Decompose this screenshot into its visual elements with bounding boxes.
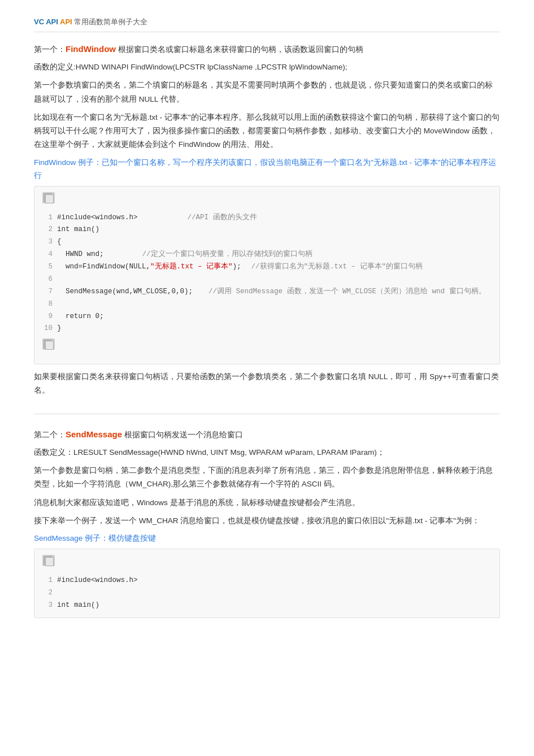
- code-line-4: 4 HWND wnd; //定义一个窗口句柄变量，用以存储找到的窗口句柄: [42, 249, 492, 261]
- line-comment: //调用 SendMessage 函数，发送一个 WM_CLOSE（关闭）消息给…: [209, 286, 486, 298]
- page-title-bar: VC API API 常用函数简单例子大全: [34, 17, 500, 32]
- copy-button-2[interactable]: [42, 555, 55, 566]
- line-content: SendMessage(wnd,WM_CLOSE,0,0);: [57, 286, 193, 298]
- code-line-s3: 3 int main(): [42, 599, 492, 612]
- line-num: 3: [42, 599, 53, 612]
- section2-para1: 第一个参数是窗口句柄，第二参数个是消息类型，下面的消息表列举了所有消息，第三，四…: [34, 464, 500, 492]
- section2-heading: 第二个：SendMessage 根据窗口句柄发送一个消息给窗口: [34, 428, 500, 441]
- line-content: return 0;: [57, 311, 104, 323]
- line-num: 7: [42, 286, 53, 298]
- code-line-7: 7 SendMessage(wnd,WM_CLOSE,0,0); //调用 Se…: [42, 286, 492, 298]
- section1-code-block: 1 #include<windows.h> //API 函数的头文件 2 int…: [34, 186, 500, 365]
- line-num: 4: [42, 249, 53, 261]
- line-content: [57, 273, 62, 286]
- line-content: {: [57, 236, 62, 249]
- copy-button-1[interactable]: [42, 192, 55, 203]
- section1-heading: 第一个：FindWindow 根据窗口类名或窗口标题名来获得窗口的句柄，该函数返…: [34, 42, 500, 56]
- section-sendmessage: 第二个：SendMessage 根据窗口句柄发送一个消息给窗口 函数定义：LRE…: [34, 428, 500, 618]
- code-line-5: 5 wnd=FindWindow(NULL,"无标题.txt – 记事本"); …: [42, 261, 492, 273]
- line-comment: //定义一个窗口句柄变量，用以存储找到的窗口句柄: [142, 249, 312, 261]
- line-comment: //API 函数的头文件: [188, 212, 257, 224]
- func-name-sendmessage: SendMessage: [66, 429, 122, 439]
- line-num: 5: [42, 261, 53, 273]
- line-num: 1: [42, 575, 53, 587]
- title-api: API: [58, 18, 72, 26]
- line-num: 9: [42, 311, 53, 323]
- section2-definition: 函数定义：LRESULT SendMessage(HWND hWnd, UINT…: [34, 446, 500, 459]
- line-content: HWND wnd;: [57, 249, 104, 261]
- code-line-1: 1 #include<windows.h> //API 函数的头文件: [42, 212, 492, 224]
- section1-para2: 比如现在有一个窗口名为"无标题.txt - 记事本"的记事本程序。那么我就可以用…: [34, 111, 500, 152]
- line-content: [57, 298, 62, 311]
- copy-button-1b[interactable]: [42, 338, 55, 350]
- line-comment: //获得窗口名为"无标题.txt – 记事本"的窗口句柄: [251, 261, 423, 273]
- code-line-s2: 2: [42, 587, 492, 599]
- title-rest: 常用函数简单例子大全: [72, 18, 148, 26]
- section2-example-title: SendMessage 例子：模仿键盘按键: [34, 532, 500, 545]
- code-line-2: 2 int main(): [42, 224, 492, 236]
- code-line-8: 8: [42, 298, 492, 311]
- page-container: VC API API 常用函数简单例子大全 第一个：FindWindow 根据窗…: [0, 0, 534, 651]
- func-name-findwindow: FindWindow: [66, 44, 116, 54]
- line-content: int main(): [57, 599, 99, 612]
- section2-para2: 消息机制大家都应该知道吧，Windows 是基于消息的系统，鼠标移动键盘按键都会…: [34, 496, 500, 510]
- line-num: 3: [42, 236, 53, 249]
- line-content: }: [57, 323, 62, 335]
- line-content: int main(): [57, 224, 99, 236]
- section1-para1: 第一个参数填窗口的类名，第二个填窗口的标题名，其实是不需要同时填两个参数的，也就…: [34, 79, 500, 106]
- section1-after-code: 如果要根据窗口类名来获得窗口句柄话，只要给函数的第一个参数填类名，第二个参数窗口…: [34, 370, 500, 398]
- line-num: 10: [42, 323, 53, 335]
- divider-1: [34, 414, 500, 414]
- section1-definition: 函数的定义:HWND WINAPI FindWindow(LPCSTR lpCl…: [34, 60, 500, 74]
- line-num: 1: [42, 212, 53, 224]
- line-content: #include<windows.h>: [57, 212, 138, 224]
- code-line-6: 6: [42, 273, 492, 286]
- line-num: 8: [42, 298, 53, 311]
- line-content: [57, 587, 62, 599]
- code-line-3: 3 {: [42, 236, 492, 249]
- line-content: #include<windows.h>: [57, 575, 138, 587]
- code-line-s1: 1 #include<windows.h>: [42, 575, 492, 587]
- section1-example-title: FindWindow 例子：已知一个窗口名称，写一个程序关闭该窗口，假设当前电脑…: [34, 157, 500, 183]
- section-findwindow: 第一个：FindWindow 根据窗口类名或窗口标题名来获得窗口的句柄，该函数返…: [34, 42, 500, 398]
- code-line-10: 10 }: [42, 323, 492, 335]
- line-content: wnd=FindWindow(NULL,"无标题.txt – 记事本");: [57, 261, 241, 273]
- code-line-9: 9 return 0;: [42, 311, 492, 323]
- line-num: 2: [42, 587, 53, 599]
- title-vc: VC API: [34, 18, 58, 26]
- section2-code-block: 1 #include<windows.h> 2 3 int main(): [34, 549, 500, 618]
- line-num: 6: [42, 273, 53, 286]
- line-num: 2: [42, 224, 53, 236]
- section2-para3: 接下来举一个例子，发送一个 WM_CHAR 消息给窗口，也就是模仿键盘按键，接收…: [34, 514, 500, 528]
